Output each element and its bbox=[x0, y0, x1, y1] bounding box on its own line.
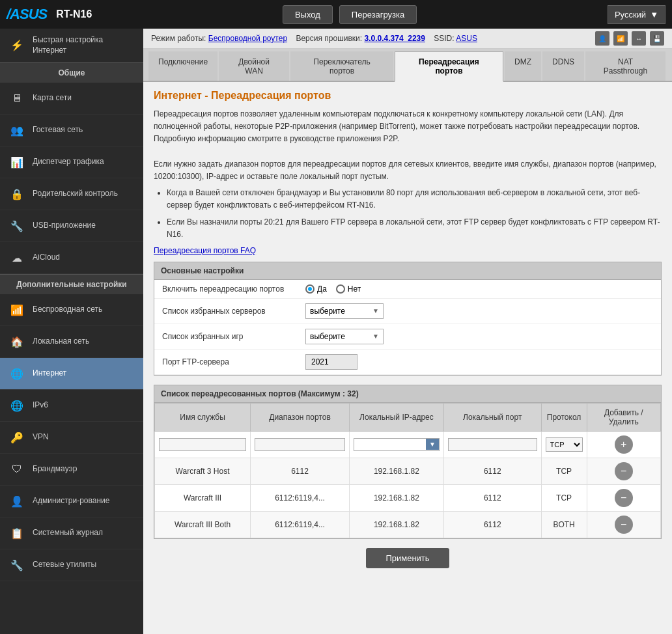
sidebar-item-firewall[interactable]: 🛡 Брандмауэр bbox=[0, 454, 143, 486]
ip-input[interactable] bbox=[354, 439, 426, 450]
bullet1: Когда в Вашей сети отключен брандмауэр и… bbox=[167, 187, 662, 212]
remove-btn-cell: − bbox=[587, 484, 660, 511]
reboot-button[interactable]: Перезагрузка bbox=[339, 5, 417, 24]
apply-button[interactable]: Применить bbox=[366, 548, 449, 568]
protocol-cell: TCP bbox=[541, 484, 587, 511]
local-port-input[interactable] bbox=[448, 438, 537, 451]
ssid-value-link[interactable]: ASUS bbox=[456, 34, 477, 43]
settings-row-games: Список избранных игр выберите ▼ bbox=[154, 324, 661, 350]
local-port-cell: 6112 bbox=[443, 511, 541, 538]
sidebar-item-usb-app[interactable]: 🔧 USB-приложение bbox=[0, 210, 143, 242]
protocol-select[interactable]: TCP UDP BOTH bbox=[546, 437, 583, 452]
games-value: выберите ▼ bbox=[305, 329, 384, 344]
sidebar-general-header: Общие bbox=[0, 62, 143, 83]
sidebar-item-label: Родительский контроль bbox=[33, 189, 118, 199]
tab-nat-passthrough[interactable]: NAT Passthrough bbox=[585, 51, 665, 81]
protocol-cell: TCP bbox=[541, 458, 587, 484]
save-icon: 💾 bbox=[650, 31, 664, 46]
sidebar-item-lan[interactable]: 🏠 Локальная сеть bbox=[0, 326, 143, 358]
language-select[interactable]: Русский ▼ bbox=[608, 5, 665, 24]
ip-select-btn[interactable]: ▼ bbox=[426, 439, 439, 450]
protocol-cell-input: TCP UDP BOTH bbox=[541, 431, 587, 458]
sidebar-item-aicloud[interactable]: ☁ AiCloud bbox=[0, 242, 143, 274]
table-row: Warcraft III 6112:6119,4... 192.168.1.82… bbox=[155, 484, 661, 511]
tab-connection[interactable]: Подключение bbox=[148, 51, 217, 81]
description-text: Переадресация портов позволяет удаленным… bbox=[154, 108, 662, 241]
enable-radio-group: Да Нет bbox=[305, 284, 361, 294]
sidebar-item-ipv6[interactable]: 🌐 IPv6 bbox=[0, 390, 143, 422]
remove-rule-button-0[interactable]: − bbox=[615, 462, 633, 480]
remove-rule-button-1[interactable]: − bbox=[615, 489, 633, 507]
sidebar-item-wireless[interactable]: 📶 Беспроводная сеть bbox=[0, 294, 143, 326]
local-port-cell: 6112 bbox=[443, 484, 541, 511]
table-row-input: ▼ TCP UDP BOTH bbox=[155, 431, 661, 458]
games-dropdown-value: выберите bbox=[310, 332, 345, 341]
games-dropdown[interactable]: выберите ▼ bbox=[305, 329, 384, 344]
sidebar-item-parental-control[interactable]: 🔒 Родительский контроль bbox=[0, 178, 143, 210]
servers-dropdown[interactable]: выберите ▼ bbox=[305, 303, 384, 319]
firewall-icon: 🛡 bbox=[8, 460, 26, 478]
col-port-range: Диапазон портов bbox=[251, 403, 350, 431]
sidebar-item-label: Беспроводная сеть bbox=[33, 305, 102, 315]
remove-btn-cell: − bbox=[587, 511, 660, 538]
remove-rule-button-2[interactable]: − bbox=[615, 516, 633, 534]
radio-yes[interactable]: Да bbox=[305, 284, 327, 294]
sidebar-item-admin[interactable]: 👤 Администри-рование bbox=[0, 486, 143, 517]
radio-no[interactable]: Нет bbox=[336, 284, 361, 294]
header: /ASUS RT-N16 Выход Перезагрузка Русский … bbox=[0, 0, 672, 29]
sidebar-item-network-tools[interactable]: 🔧 Сетевые утилиты bbox=[0, 549, 143, 581]
add-rule-button[interactable]: + bbox=[615, 435, 633, 454]
port-range-cell: 6112:6119,4... bbox=[251, 484, 350, 511]
col-protocol: Протокол bbox=[541, 403, 587, 431]
sidebar-item-label: AiCloud bbox=[33, 253, 60, 263]
page-title: Интернет - Переадресация портов bbox=[154, 90, 662, 102]
sidebar-item-vpn[interactable]: 🔑 VPN bbox=[0, 422, 143, 454]
col-service-name: Имя службы bbox=[155, 403, 251, 431]
traffic-manager-icon: 📊 bbox=[8, 153, 26, 171]
ipv6-icon: 🌐 bbox=[8, 396, 26, 415]
tab-ddns[interactable]: DDNS bbox=[542, 51, 584, 81]
tab-dual-wan[interactable]: Двойной WAN bbox=[219, 51, 289, 81]
radio-no-circle bbox=[336, 284, 345, 294]
local-ip-cell-input: ▼ bbox=[349, 431, 443, 458]
exit-button[interactable]: Выход bbox=[283, 5, 333, 24]
network-map-icon: 🖥 bbox=[8, 89, 26, 107]
col-local-port: Локальный порт bbox=[443, 403, 541, 431]
asus-logo: /ASUS bbox=[7, 6, 47, 23]
sidebar-item-network-map[interactable]: 🖥 Карта сети bbox=[0, 83, 143, 115]
sidebar-item-traffic-manager[interactable]: 📊 Диспетчер трафика bbox=[0, 146, 143, 178]
description-para1: Переадресация портов позволяет удаленным… bbox=[154, 109, 639, 143]
sidebar-item-label: Быстрая настройка Интернет bbox=[33, 35, 135, 55]
sidebar-item-quick-setup[interactable]: ⚡ Быстрая настройка Интернет bbox=[0, 29, 143, 62]
games-label: Список избранных игр bbox=[162, 332, 305, 341]
syslog-icon: 📋 bbox=[8, 524, 26, 542]
settings-section-header: Основные настройки bbox=[154, 262, 661, 280]
sidebar-item-label: IPv6 bbox=[33, 400, 48, 411]
faq-link[interactable]: Переадресация портов FAQ bbox=[154, 246, 256, 255]
info-bar: Режим работы: Беспроводной роутер Версия… bbox=[143, 29, 672, 49]
info-bar-icons: 👤 📶 ↔ 💾 bbox=[595, 31, 664, 46]
content-panel: Режим работы: Беспроводной роутер Версия… bbox=[143, 29, 672, 634]
servers-label: Список избранных серверов bbox=[162, 307, 305, 316]
usb-app-icon: 🔧 bbox=[8, 217, 26, 235]
sidebar-item-syslog[interactable]: 📋 Системный журнал bbox=[0, 517, 143, 549]
aicloud-icon: ☁ bbox=[8, 249, 26, 267]
sync-icon: ↔ bbox=[632, 31, 646, 46]
tab-port-trigger[interactable]: Переключатель портов bbox=[290, 51, 393, 81]
chevron-down-icon: ▼ bbox=[650, 10, 658, 20]
sidebar-item-label: Карта сети bbox=[33, 93, 72, 103]
service-name-cell: Warcraft 3 Host bbox=[155, 458, 251, 484]
tab-port-forward[interactable]: Переадресация портов bbox=[395, 51, 503, 82]
table-row: Warcraft III Both 6112:6119,4... 192.168… bbox=[155, 511, 661, 538]
bullet2: Если Вы назначили порты 20:21 для Вашего… bbox=[167, 216, 662, 241]
mode-value-link[interactable]: Беспроводной роутер bbox=[208, 34, 287, 43]
firmware-value-link[interactable]: 3.0.0.4.374_2239 bbox=[365, 34, 425, 43]
local-ip-cell: 192.168.1.82 bbox=[349, 484, 443, 511]
ftp-port-input[interactable] bbox=[305, 354, 357, 370]
apply-section: Применить bbox=[154, 539, 662, 577]
sidebar-item-internet[interactable]: 🌐 Интернет bbox=[0, 358, 143, 390]
sidebar-item-guest-network[interactable]: 👥 Гостевая сеть bbox=[0, 115, 143, 146]
service-name-input[interactable] bbox=[159, 438, 246, 451]
port-range-input[interactable] bbox=[255, 438, 345, 451]
tab-dmz[interactable]: DMZ bbox=[505, 51, 541, 81]
